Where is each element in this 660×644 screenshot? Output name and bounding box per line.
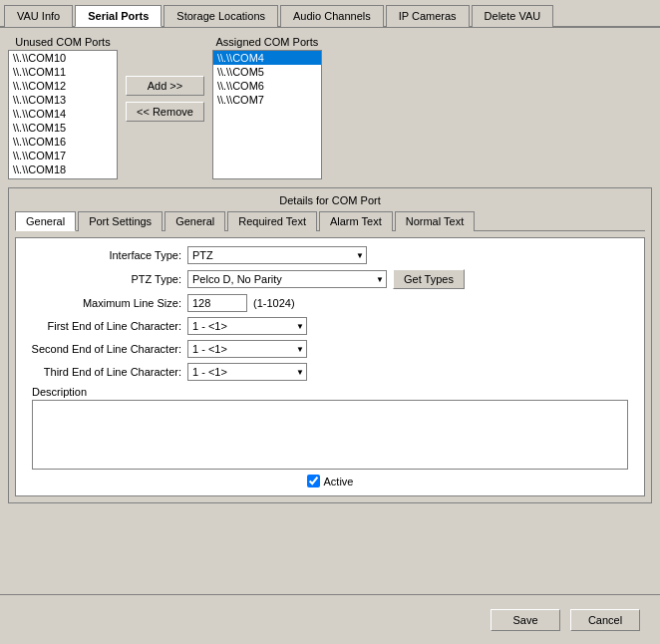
list-item[interactable]: \\.\\COM11 bbox=[9, 65, 117, 79]
list-item[interactable]: \\.\\COM15 bbox=[9, 121, 117, 135]
third-eol-label: Third End of Line Character: bbox=[22, 366, 181, 378]
add-button[interactable]: Add >> bbox=[126, 76, 204, 96]
tab-serial-ports[interactable]: Serial Ports bbox=[75, 5, 162, 27]
list-item[interactable]: \\.\\COM4 bbox=[213, 51, 321, 65]
active-label: Active bbox=[324, 476, 354, 487]
tab-storage-locations[interactable]: Storage Locations bbox=[164, 5, 278, 27]
first-eol-control: 1 - <1> bbox=[187, 317, 638, 335]
ptz-type-label: PTZ Type: bbox=[22, 273, 181, 285]
list-item[interactable]: \\.\\COM17 bbox=[9, 149, 117, 162]
details-section: Details for COM Port General Port Settin… bbox=[8, 187, 652, 503]
tab-normal-text[interactable]: Normal Text bbox=[395, 211, 475, 231]
list-item[interactable]: \\.\\COM6 bbox=[213, 79, 321, 93]
interface-type-dropdown-wrap: PTZ bbox=[187, 246, 367, 264]
list-item[interactable]: \\.\\COM12 bbox=[9, 79, 117, 93]
cancel-button[interactable]: Cancel bbox=[570, 609, 640, 631]
first-eol-dropdown-wrap: 1 - <1> bbox=[187, 317, 307, 335]
second-eol-label: Second End of Line Character: bbox=[22, 343, 181, 355]
remove-button[interactable]: << Remove bbox=[126, 102, 204, 122]
second-eol-dropdown-wrap: 1 - <1> bbox=[187, 340, 307, 358]
assigned-com-listbox[interactable]: \\.\\COM4 \\.\\COM5 \\.\\COM6 \\.\\COM7 bbox=[212, 50, 322, 179]
bottom-bar: Save Cancel bbox=[0, 594, 660, 644]
max-line-size-label: Maximum Line Size: bbox=[22, 297, 181, 309]
max-line-size-range: (1-1024) bbox=[253, 297, 295, 309]
inner-tab-bar: General Port Settings General Required T… bbox=[15, 210, 645, 231]
max-line-size-control: (1-1024) bbox=[187, 294, 638, 312]
tab-general-1[interactable]: General bbox=[15, 211, 76, 231]
interface-type-row: Interface Type: PTZ bbox=[22, 246, 638, 264]
unused-com-listbox[interactable]: \\.\\COM10 \\.\\COM11 \\.\\COM12 \\.\\CO… bbox=[8, 50, 118, 179]
third-eol-dropdown-wrap: 1 - <1> bbox=[187, 363, 307, 381]
max-line-size-row: Maximum Line Size: (1-1024) bbox=[22, 294, 638, 312]
list-item[interactable]: \\.\\COM7 bbox=[213, 93, 321, 107]
ptz-type-row: PTZ Type: Pelco D, No Parity Get Types bbox=[22, 269, 638, 289]
ptz-type-dropdown[interactable]: Pelco D, No Parity bbox=[187, 270, 387, 288]
assigned-com-label: Assigned COM Ports bbox=[212, 36, 322, 48]
unused-com-label: Unused COM Ports bbox=[8, 36, 118, 48]
tab-delete-vau[interactable]: Delete VAU bbox=[472, 5, 554, 27]
tab-required-text[interactable]: Required Text bbox=[227, 211, 317, 231]
active-checkbox[interactable] bbox=[307, 475, 320, 487]
details-title: Details for COM Port bbox=[15, 194, 645, 206]
second-eol-dropdown[interactable]: 1 - <1> bbox=[187, 340, 307, 358]
active-row: Active bbox=[22, 475, 638, 487]
tab-vau-info[interactable]: VAU Info bbox=[4, 5, 73, 27]
list-item[interactable]: \\.\\COM10 bbox=[9, 51, 117, 65]
second-eol-row: Second End of Line Character: 1 - <1> bbox=[22, 340, 638, 358]
description-textarea[interactable] bbox=[32, 400, 628, 470]
tab-general-2[interactable]: General bbox=[165, 211, 225, 231]
main-content: Unused COM Ports \\.\\COM10 \\.\\COM11 \… bbox=[0, 28, 660, 585]
com-ports-section: Unused COM Ports \\.\\COM10 \\.\\COM11 \… bbox=[8, 36, 652, 179]
tab-port-settings[interactable]: Port Settings bbox=[78, 211, 163, 231]
interface-type-control: PTZ bbox=[187, 246, 638, 264]
list-item[interactable]: \\.\\COM18 bbox=[9, 162, 117, 176]
list-item[interactable]: \\.\\COM13 bbox=[9, 93, 117, 107]
top-tab-bar: VAU Info Serial Ports Storage Locations … bbox=[0, 0, 660, 28]
ptz-type-dropdown-wrap: Pelco D, No Parity bbox=[187, 270, 387, 288]
tab-alarm-text[interactable]: Alarm Text bbox=[319, 211, 393, 231]
tab-ip-cameras[interactable]: IP Cameras bbox=[386, 5, 470, 27]
first-eol-row: First End of Line Character: 1 - <1> bbox=[22, 317, 638, 335]
get-types-button[interactable]: Get Types bbox=[393, 269, 465, 289]
com-buttons: Add >> << Remove bbox=[126, 76, 204, 122]
list-item[interactable]: \\.\\COM5 bbox=[213, 65, 321, 79]
third-eol-dropdown[interactable]: 1 - <1> bbox=[187, 363, 307, 381]
list-item[interactable]: \\.\\COM14 bbox=[9, 107, 117, 121]
description-label: Description bbox=[32, 386, 638, 398]
interface-type-label: Interface Type: bbox=[22, 249, 181, 261]
interface-type-dropdown[interactable]: PTZ bbox=[187, 246, 367, 264]
third-eol-row: Third End of Line Character: 1 - <1> bbox=[22, 363, 638, 381]
save-button[interactable]: Save bbox=[491, 609, 560, 631]
second-eol-control: 1 - <1> bbox=[187, 340, 638, 358]
description-area: Description bbox=[22, 386, 638, 470]
first-eol-label: First End of Line Character: bbox=[22, 320, 181, 332]
list-item[interactable]: \\.\\COM16 bbox=[9, 135, 117, 149]
inner-panel: Interface Type: PTZ PTZ Type: Pelco D, N… bbox=[15, 237, 645, 496]
unused-com-box: Unused COM Ports \\.\\COM10 \\.\\COM11 \… bbox=[8, 36, 118, 179]
third-eol-control: 1 - <1> bbox=[187, 363, 638, 381]
max-line-size-input[interactable] bbox=[187, 294, 247, 312]
assigned-com-box: Assigned COM Ports \\.\\COM4 \\.\\COM5 \… bbox=[212, 36, 322, 179]
tab-audio-channels[interactable]: Audio Channels bbox=[280, 5, 384, 27]
ptz-type-control: Pelco D, No Parity Get Types bbox=[187, 269, 638, 289]
first-eol-dropdown[interactable]: 1 - <1> bbox=[187, 317, 307, 335]
